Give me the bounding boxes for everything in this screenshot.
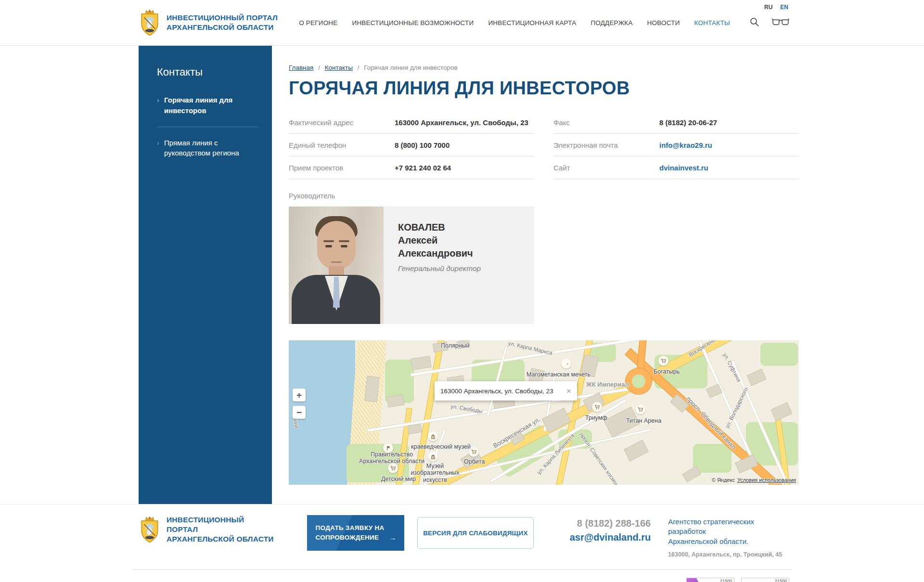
accessibility-version-button[interactable]: ВЕРСИЯ ДЛЯ СЛАБОВИДЯЩИХ bbox=[417, 517, 534, 549]
sidebar-item-direct-line[interactable]: › Прямая линия с руководством региона bbox=[157, 138, 258, 159]
detail-row-email: Электронная почта info@krao29.ru bbox=[553, 134, 799, 156]
map-shape bbox=[386, 394, 404, 407]
footer-agency: Агентство стратегических разработок Арха… bbox=[668, 517, 792, 558]
map-label: Триумф bbox=[585, 414, 607, 421]
main-content: Главная / Контакты / Горячая линия для и… bbox=[272, 46, 799, 504]
leader-patronymic: Александрович bbox=[398, 247, 481, 260]
balloon-address: 163000 Архангельск, ул. Свободы, 23 bbox=[440, 388, 553, 395]
nav-item-support[interactable]: ПОДДЕРЖКА bbox=[590, 19, 632, 26]
map-shape bbox=[624, 440, 649, 462]
detail-row-address: Фактический адрес 163000 Архангельск, ул… bbox=[289, 111, 534, 134]
coat-of-arms-icon bbox=[139, 9, 161, 36]
map-zoom-in-button[interactable]: + bbox=[293, 388, 306, 401]
visit-counters: 21500 4848 4386 C 21500 4848 4386 bbox=[132, 578, 789, 582]
submit-application-button[interactable]: ПОДАТЬ ЗАЯВКУ НА СОПРОВОЖДЕНИЕ → bbox=[307, 515, 404, 551]
counter-badge-sputnik[interactable]: C 21500 4848 4386 bbox=[741, 578, 789, 582]
map-shape bbox=[760, 343, 798, 366]
site-footer: ИНВЕСТИЦИОННЫЙ ПОРТАЛ АРХАНГЕЛЬСКОЙ ОБЛА… bbox=[0, 504, 924, 582]
sidebar-divider bbox=[157, 127, 258, 127]
site-link[interactable]: dvinainvest.ru bbox=[659, 164, 708, 172]
map-attribution: © ЯндексУсловия использования bbox=[712, 477, 796, 483]
map-shape bbox=[364, 376, 379, 402]
nav-item-news[interactable]: НОВОСТИ bbox=[647, 19, 680, 26]
bar-chart-icon bbox=[687, 578, 700, 582]
language-switch: RU EN bbox=[764, 4, 788, 11]
coat-of-arms-icon bbox=[139, 516, 161, 543]
leader-section-label: Руководитель bbox=[289, 192, 799, 200]
map-shape bbox=[747, 369, 767, 386]
detail-row-projects: Прием проектов +7 921 240 02 64 bbox=[289, 156, 534, 179]
site-title: ИНВЕСТИЦИОННЫЙ ПОРТАЛ АРХАНГЕЛЬСКОЙ ОБЛА… bbox=[167, 13, 278, 32]
map-label: ЖК Империал bbox=[586, 381, 629, 388]
accessibility-glasses-icon[interactable] bbox=[772, 18, 789, 28]
mosque-crescent-icon bbox=[561, 359, 571, 369]
map-shape bbox=[693, 444, 732, 473]
shop-cart-icon bbox=[658, 356, 668, 366]
nav-item-invest-map[interactable]: ИНВЕСТИЦИОННАЯ КАРТА bbox=[488, 19, 576, 26]
map-label: Детский мир bbox=[381, 476, 416, 482]
footer-site-title: ИНВЕСТИЦИОННЫЙ ПОРТАЛ АРХАНГЕЛЬСКОЙ ОБЛА… bbox=[167, 515, 276, 544]
site-header: ИНВЕСТИЦИОННЫЙ ПОРТАЛ АРХАНГЕЛЬСКОЙ ОБЛА… bbox=[0, 0, 924, 46]
footer-agency-address: 163000, Архангельск, пр. Троицкий, 45 bbox=[668, 551, 792, 558]
map-label: Титан Арена bbox=[626, 417, 661, 424]
nav-item-opportunities[interactable]: ИНВЕСТИЦИОННЫЕ ВОЗМОЖНОСТИ bbox=[352, 19, 474, 26]
detail-row-fax: Факс 8 (8182) 20-06-27 bbox=[553, 111, 799, 134]
map-shape bbox=[770, 402, 792, 421]
footer-contacts: 8 (8182) 288-166 asr@dvinaland.ru bbox=[566, 518, 651, 543]
shop-cart-icon bbox=[635, 404, 645, 414]
museum-icon bbox=[428, 431, 438, 441]
yandex-map[interactable]: Полярный ул. Карла Маркса Магометанская … bbox=[289, 340, 799, 485]
sputnik-c-icon: C bbox=[742, 580, 756, 582]
map-terms-link[interactable]: Условия использования bbox=[737, 477, 796, 483]
contact-details: Фактический адрес 163000 Архангельск, ул… bbox=[289, 111, 799, 179]
breadcrumb: Главная / Контакты / Горячая линия для и… bbox=[289, 64, 799, 71]
phone-value: 8 (800) 100 7000 bbox=[395, 141, 449, 149]
map-zoom-out-button[interactable]: − bbox=[293, 406, 306, 419]
sidebar-contacts: Контакты › Горячая линия для инвесторов … bbox=[139, 46, 272, 504]
map-street-label: ул. Суфтина bbox=[722, 352, 742, 383]
sidebar-item-hotline[interactable]: › Горячая линия для инвесторов bbox=[157, 95, 258, 116]
leader-position: Генеральный директор bbox=[398, 264, 481, 273]
leader-surname: КОВАЛЕВ bbox=[398, 221, 481, 234]
footer-phone: 8 (8182) 288-166 bbox=[577, 518, 651, 529]
sidebar-title: Контакты bbox=[157, 66, 258, 78]
projects-phone-value: +7 921 240 02 64 bbox=[395, 164, 451, 172]
detail-row-phone: Единый телефон 8 (800) 100 7000 bbox=[289, 134, 534, 156]
fax-value: 8 (8182) 20-06-27 bbox=[659, 118, 717, 127]
map-label: Орбита bbox=[464, 458, 485, 465]
map-shape bbox=[411, 356, 431, 370]
breadcrumb-contacts[interactable]: Контакты bbox=[325, 64, 353, 71]
breadcrumb-home[interactable]: Главная bbox=[289, 64, 313, 71]
arrow-right-icon: → bbox=[389, 532, 397, 543]
site-logo[interactable]: ИНВЕСТИЦИОННЫЙ ПОРТАЛ АРХАНГЕЛЬСКОЙ ОБЛА… bbox=[139, 9, 278, 36]
counter-badge-liveinternet[interactable]: 21500 4848 4386 bbox=[686, 578, 734, 582]
map-balloon: 163000 Архангельск, ул. Свободы, 23 × bbox=[435, 381, 577, 401]
email-link[interactable]: info@krao29.ru bbox=[659, 141, 712, 149]
address-value: 163000 Архангельск, ул. Свободы, 23 bbox=[395, 118, 528, 127]
search-icon[interactable] bbox=[749, 17, 759, 29]
leader-photo bbox=[289, 207, 384, 324]
map-shape bbox=[408, 424, 422, 434]
footer-logo[interactable]: ИНВЕСТИЦИОННЫЙ ПОРТАЛ АРХАНГЕЛЬСКОЙ ОБЛА… bbox=[139, 515, 276, 544]
breadcrumb-current: Горячая линия для инвесторов bbox=[364, 64, 457, 71]
map-label: Магометанская мечеть bbox=[526, 371, 590, 378]
nav-item-region[interactable]: О РЕГИОНЕ bbox=[299, 19, 337, 26]
chevron-right-icon: › bbox=[157, 138, 159, 159]
shop-cart-icon bbox=[592, 402, 602, 412]
leader-name: Алексей bbox=[398, 234, 481, 247]
museum-icon bbox=[428, 452, 438, 462]
leader-card: КОВАЛЕВ Алексей Александрович Генеральны… bbox=[289, 207, 534, 324]
footer-email-link[interactable]: asr@dvinaland.ru bbox=[566, 532, 651, 543]
map-label: Богатырь bbox=[654, 368, 680, 375]
detail-row-site: Сайт dvinainvest.ru bbox=[553, 156, 799, 179]
footer-divider bbox=[132, 569, 792, 570]
map-street-label: ул. Карла Маркса bbox=[508, 340, 553, 356]
lang-ru[interactable]: RU bbox=[764, 4, 772, 11]
lang-en[interactable]: EN bbox=[780, 4, 788, 11]
page-title: ГОРЯЧАЯ ЛИНИЯ ДЛЯ ИНВЕСТОРОВ bbox=[289, 78, 799, 99]
map-roundabout bbox=[626, 368, 652, 394]
map-label: Полярный bbox=[441, 342, 470, 349]
balloon-close-icon[interactable]: × bbox=[562, 387, 571, 395]
main-nav: О РЕГИОНЕ ИНВЕСТИЦИОННЫЕ ВОЗМОЖНОСТИ ИНВ… bbox=[299, 19, 730, 26]
nav-item-contacts[interactable]: КОНТАКТЫ bbox=[694, 19, 730, 26]
